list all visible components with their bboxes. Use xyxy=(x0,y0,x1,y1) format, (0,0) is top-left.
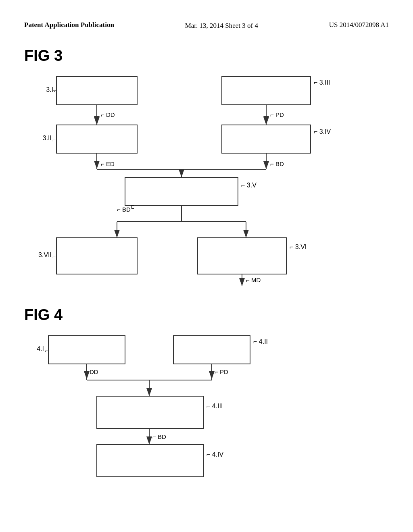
fig3-node-3VI-label: ⌐ 3.VI xyxy=(290,243,307,250)
svg-rect-35 xyxy=(97,396,204,428)
fig3-label: FIG 3 xyxy=(24,47,389,64)
fig3-pd-label1: ⌐ PD xyxy=(270,111,284,118)
fig3-node-3I-label: 3.I xyxy=(46,86,53,93)
fig4-pd-label: ⌐ PD xyxy=(215,368,228,375)
fig3-node-3V-label: ⌐ 3.V xyxy=(241,182,257,189)
fig4-label: FIG 4 xyxy=(24,306,389,324)
fig4-node-4II-label: ⌐ 4.II xyxy=(253,338,268,345)
fig3-bde-label: ⌐ BD xyxy=(117,206,131,213)
svg-text:⌐: ⌐ xyxy=(52,137,56,143)
fig4-dd-label: DD xyxy=(90,368,98,375)
fig4-diagram: 4.I ⌐ ⌐ 4.II DD ⌐ ⌐ PD xyxy=(24,328,307,501)
svg-text:⌐: ⌐ xyxy=(88,370,91,376)
fig3-bde-subscript: E xyxy=(131,204,134,210)
svg-text:⌐: ⌐ xyxy=(54,87,57,94)
svg-text:⌐: ⌐ xyxy=(52,254,56,260)
fig3-diagram: 3.I ⌐ ⌐ 3.III ⌐ DD ⌐ PD 3.II ⌐ xyxy=(24,69,371,294)
date-label: Mar. 13, 2014 Sheet 3 of 4 xyxy=(185,22,258,29)
svg-rect-0 xyxy=(56,77,137,105)
fig4-node-4IV-label: ⌐ 4.IV xyxy=(206,451,224,458)
svg-text:⌐: ⌐ xyxy=(45,347,48,354)
fig3-node-3IV-label: ⌐ 3.IV xyxy=(314,128,331,135)
svg-rect-18 xyxy=(56,238,137,274)
fig3-node-3VII-label: 3.VII xyxy=(38,251,52,258)
svg-rect-3 xyxy=(222,77,311,105)
fig3-bd-label1: ⌐ BD xyxy=(270,160,284,167)
diagrams-area: FIG 3 3.I ⌐ ⌐ 3.III ⌐ DD xyxy=(0,39,413,509)
patent-number: US 2014/0072098 A1 xyxy=(329,20,389,30)
svg-rect-37 xyxy=(97,445,204,477)
fig3-ed-label: ⌐ ED xyxy=(101,160,115,167)
fig4-bd-label: ⌐ BD xyxy=(152,433,166,440)
svg-rect-29 xyxy=(173,336,250,364)
publication-label: Patent Application Publication xyxy=(24,20,114,30)
fig3-md-label: ⌐ MD xyxy=(246,276,261,283)
svg-rect-8 xyxy=(222,125,311,153)
svg-rect-6 xyxy=(56,125,137,153)
fig3-node-3III-label: ⌐ 3.III xyxy=(314,79,330,86)
svg-rect-27 xyxy=(48,336,125,364)
fig3-container: 3.I ⌐ ⌐ 3.III ⌐ DD ⌐ PD 3.II ⌐ xyxy=(24,69,389,294)
page: Patent Application Publication Mar. 13, … xyxy=(0,0,413,532)
fig4-node-4I-label: 4.I xyxy=(37,345,44,352)
svg-rect-20 xyxy=(198,238,286,274)
fig4-node-4III-label: ⌐ 4.III xyxy=(206,403,223,409)
page-header: Patent Application Publication Mar. 13, … xyxy=(0,0,413,39)
fig3-node-3II-label: 3.II xyxy=(43,135,52,141)
fig4-container: 4.I ⌐ ⌐ 4.II DD ⌐ ⌐ PD xyxy=(24,328,389,501)
fig3-dd-label1: ⌐ DD xyxy=(101,111,115,118)
svg-rect-13 xyxy=(125,177,238,206)
date-sheet: Mar. 13, 2014 Sheet 3 of 4 xyxy=(185,20,258,31)
